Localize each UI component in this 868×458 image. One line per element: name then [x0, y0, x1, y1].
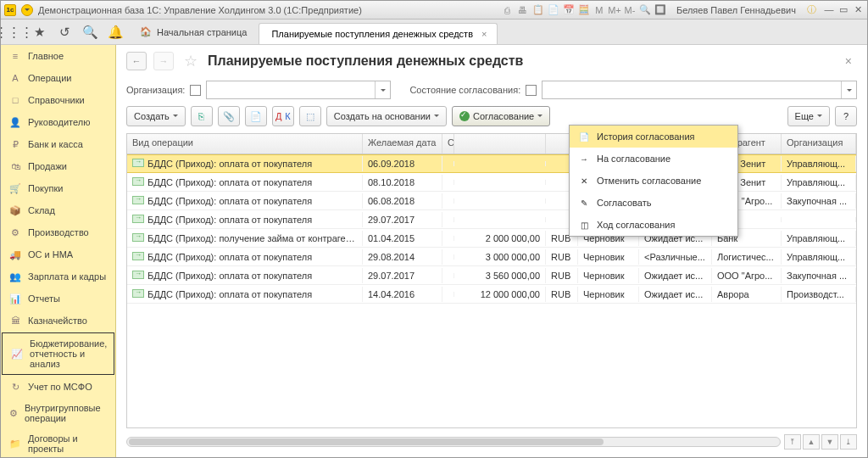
table-row[interactable]: БДДС (Приход): оплата от покупателя14.04…	[127, 285, 856, 304]
col-extra[interactable]: С	[442, 134, 454, 154]
table-row[interactable]: БДДС (Приход): оплата от покупателя29.08…	[127, 248, 856, 266]
sidebar-item[interactable]: 👥Зарплата и кадры	[1, 265, 115, 288]
copy-button[interactable]: ⎘	[191, 106, 213, 126]
sidebar-item[interactable]: ⚙Внутригрупповые операции	[1, 398, 115, 428]
more-button[interactable]: Еще	[787, 106, 830, 126]
close-icon[interactable]: ✕	[852, 4, 864, 15]
tab-close-icon[interactable]: ×	[480, 29, 488, 39]
dropdown-item-icon: ✎	[578, 197, 590, 209]
debit-credit-button[interactable]: ДК	[272, 106, 294, 126]
approval-button[interactable]: Согласование	[452, 106, 550, 126]
table-row[interactable]: БДДС (Приход): оплата от покупателя06.08…	[127, 192, 856, 210]
dropdown-item[interactable]: ✕Отменить согласование	[570, 170, 737, 192]
state-filter-combo[interactable]	[542, 81, 857, 99]
col-date[interactable]: Желаемая дата	[363, 134, 442, 154]
col-operation[interactable]: Вид операции	[127, 134, 363, 154]
sidebar-icon: ↻	[9, 382, 21, 393]
dropdown-item[interactable]: →На согласование	[570, 148, 737, 170]
tb-icon[interactable]: 🔲	[654, 4, 666, 16]
help-button[interactable]: ?	[835, 106, 857, 126]
sidebar-item[interactable]: 🛒Покупки	[1, 177, 115, 199]
star-icon[interactable]: ☆	[184, 52, 198, 70]
table-row[interactable]: БДДС (Приход): оплата от покупателя08.10…	[127, 173, 856, 192]
dropdown-item[interactable]: ◫Ход согласования	[570, 214, 737, 236]
home-tab[interactable]: 🏠 Начальная страница	[128, 20, 259, 44]
sidebar-item[interactable]: 📊Отчеты	[1, 288, 115, 310]
scroll-top-button[interactable]: ⤒	[784, 434, 801, 450]
sidebar-item[interactable]: ↻Учет по МСФО	[1, 376, 115, 398]
sidebar-item[interactable]: 📦Склад	[1, 199, 115, 221]
sidebar-item[interactable]: ≡Главное	[1, 45, 115, 67]
sidebar-label: Учет по МСФО	[28, 382, 92, 392]
tb-icon[interactable]: 📄	[548, 4, 559, 16]
tb-icon[interactable]: 🖶	[517, 4, 529, 16]
sidebar-icon: 📈	[11, 349, 23, 360]
sidebar-label: Зарплата и кадры	[28, 271, 106, 282]
tb-icon[interactable]: 🔍	[639, 4, 651, 16]
create-button[interactable]: Создать	[126, 106, 186, 126]
m-minus-icon[interactable]: M-	[624, 4, 636, 16]
page-close-icon[interactable]: ×	[840, 54, 857, 68]
doc-button[interactable]: 📄	[245, 106, 267, 126]
sidebar-icon: ₽	[9, 139, 21, 150]
tb-icon[interactable]: 🧮	[578, 4, 590, 16]
dropdown-item[interactable]: ✎Согласовать	[570, 192, 737, 214]
table-row[interactable]: БДДС (Приход): оплата от покупателя29.07…	[127, 266, 856, 285]
info-icon[interactable]: ⓘ	[806, 4, 818, 16]
sidebar: ≡ГлавноеAОперации□Справочники👤Руководите…	[1, 45, 116, 457]
sidebar-item[interactable]: 🚚ОС и НМА	[1, 243, 115, 265]
tree-button[interactable]: ⬚	[299, 106, 321, 126]
create-based-on-button[interactable]: Создать на основании	[326, 106, 447, 126]
h-scrollbar[interactable]	[126, 437, 781, 447]
doc-icon	[132, 159, 144, 167]
scroll-up-button[interactable]: ▲	[803, 434, 820, 450]
dropdown-item-icon: 📄	[578, 131, 590, 142]
sidebar-item[interactable]: AОперации	[1, 67, 115, 89]
app-menu-dropdown-icon[interactable]	[21, 4, 33, 16]
m-icon[interactable]: M	[593, 4, 605, 16]
sidebar-icon: ≡	[9, 51, 21, 61]
search-icon[interactable]: 🔍	[77, 20, 103, 44]
dropdown-item-icon: ✕	[578, 175, 590, 187]
state-filter-label: Состояние согласования:	[409, 85, 520, 95]
tb-icon[interactable]: 📋	[532, 4, 544, 16]
sidebar-item[interactable]: 🏛Казначейство	[1, 310, 115, 332]
apps-icon[interactable]: ⋮⋮⋮	[1, 20, 26, 44]
scroll-down-button[interactable]: ▼	[821, 434, 838, 450]
forward-button[interactable]: →	[153, 52, 174, 70]
col-sum[interactable]	[454, 134, 546, 154]
table-row[interactable]: БДДС (Приход): оплата от покупателя06.09…	[127, 154, 856, 173]
attach-button[interactable]: 📎	[218, 106, 240, 126]
dropdown-item-icon: →	[578, 153, 590, 165]
org-filter-combo[interactable]	[206, 81, 391, 99]
approval-dropdown: 📄История согласования→На согласование✕От…	[569, 125, 738, 237]
col-org[interactable]: Организация	[782, 134, 856, 154]
org-filter-checkbox[interactable]	[190, 85, 201, 96]
sidebar-label: Бюджетирование, отчетность и анализ	[30, 338, 107, 369]
sidebar-item[interactable]: 👤Руководителю	[1, 111, 115, 133]
sidebar-label: Руководителю	[28, 117, 90, 127]
m-plus-icon[interactable]: M+	[609, 4, 620, 16]
dropdown-item[interactable]: 📄История согласования	[570, 126, 737, 148]
sidebar-item[interactable]: □Справочники	[1, 89, 115, 111]
history-icon[interactable]: ↺	[52, 20, 77, 44]
sidebar-item[interactable]: 🛍Продажи	[1, 155, 115, 177]
sidebar-item[interactable]: 📁Договоры и проекты	[1, 428, 115, 457]
tb-icon[interactable]: 📅	[563, 4, 575, 16]
bell-icon[interactable]: 🔔	[103, 20, 128, 44]
tb-icon[interactable]: ⎙	[502, 4, 514, 16]
sidebar-icon: 📁	[9, 438, 21, 450]
sidebar-item[interactable]: 📈Бюджетирование, отчетность и анализ	[2, 332, 114, 375]
minimize-icon[interactable]: —	[823, 4, 835, 14]
sidebar-item[interactable]: ⚙Производство	[1, 221, 115, 243]
page-title: Планируемые поступления денежных средств	[208, 53, 523, 69]
sidebar-item[interactable]: ₽Банк и касса	[1, 133, 115, 155]
table-row[interactable]: БДДС (Приход): получение займа от контра…	[127, 229, 856, 248]
favorite-icon[interactable]: ★	[26, 20, 52, 44]
scroll-bottom-button[interactable]: ⤓	[840, 434, 857, 450]
table-row[interactable]: БДДС (Приход): оплата от покупателя29.07…	[127, 210, 856, 229]
active-tab[interactable]: Планируемые поступления денежных средств…	[259, 23, 498, 44]
back-button[interactable]: ←	[126, 52, 147, 70]
state-filter-checkbox[interactable]	[526, 85, 537, 96]
maximize-icon[interactable]: ▭	[837, 4, 849, 15]
